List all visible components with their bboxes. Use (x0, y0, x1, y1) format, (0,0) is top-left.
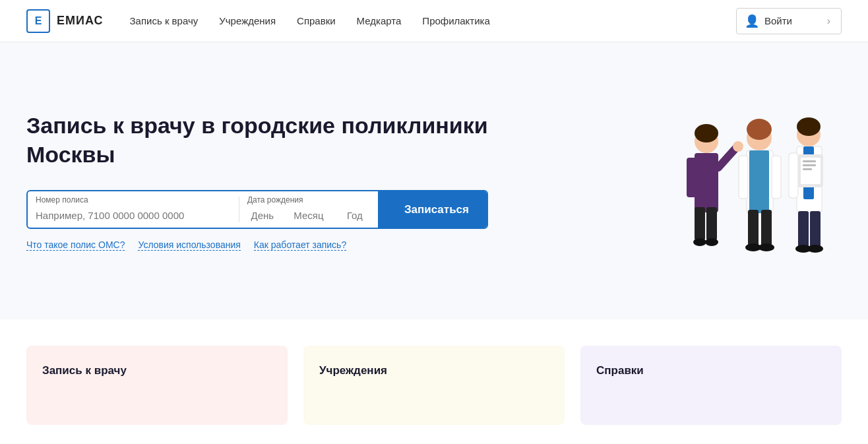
svg-rect-29 (803, 168, 812, 170)
svg-rect-4 (695, 207, 705, 240)
terms-link[interactable]: Условия использования (138, 239, 240, 251)
svg-point-6 (693, 238, 706, 246)
svg-point-10 (733, 141, 743, 152)
svg-rect-28 (803, 164, 816, 166)
appointment-form: Номер полиса Дата рождения Записаться (26, 190, 488, 229)
card-certificates[interactable]: Справки (580, 346, 842, 425)
hero-left: Запись к врачу в городские поликлиники М… (26, 111, 488, 251)
svg-rect-13 (749, 150, 769, 213)
policy-group: Номер полиса (28, 191, 239, 228)
cards-section: Запись к врачу Учреждения Справки (0, 319, 868, 425)
svg-rect-14 (739, 156, 748, 199)
svg-rect-27 (803, 160, 816, 162)
card-doctor[interactable]: Запись к врачу (26, 346, 288, 425)
card-doctor-title: Запись к врачу (42, 364, 127, 377)
oms-link[interactable]: Что такое полис ОМС? (26, 239, 125, 251)
nav-item-doctor[interactable]: Запись к врачу (130, 15, 199, 26)
svg-point-34 (797, 117, 821, 136)
logo-text: ЕМИАС (57, 14, 104, 28)
policy-label: Номер полиса (28, 191, 239, 205)
doctors-svg (657, 82, 842, 280)
month-input[interactable] (286, 205, 332, 228)
login-button[interactable]: 👤 Войти › (736, 8, 842, 34)
nav-item-prevention[interactable]: Профилактика (422, 15, 490, 26)
card-institutions[interactable]: Учреждения (303, 346, 565, 425)
svg-rect-16 (748, 210, 759, 246)
hero-illustration (657, 82, 842, 280)
hero-section: Запись к врачу в городские поликлиники М… (0, 42, 868, 319)
hero-title: Запись к врачу в городские поликлиники М… (26, 111, 488, 169)
logo-icon: Е (26, 9, 50, 33)
year-input[interactable] (332, 205, 378, 228)
howto-link[interactable]: Как работает запись? (254, 239, 346, 251)
svg-point-8 (695, 124, 718, 143)
user-icon: 👤 (745, 14, 759, 28)
svg-point-33 (807, 245, 823, 253)
svg-point-20 (747, 119, 772, 140)
dob-label: Дата рождения (239, 191, 378, 205)
date-inputs (239, 205, 378, 228)
card-institutions-title: Учреждения (319, 364, 387, 377)
svg-rect-5 (706, 207, 717, 240)
svg-rect-30 (798, 211, 809, 247)
login-label: Войти (764, 15, 792, 26)
svg-rect-15 (772, 156, 781, 199)
svg-point-7 (705, 238, 718, 246)
header: Е ЕМИАС Запись к врачу Учреждения Справк… (0, 0, 868, 42)
nav-item-certificates[interactable]: Справки (297, 15, 336, 26)
header-right: 👤 Войти › (736, 8, 842, 34)
chevron-right-icon: › (827, 15, 830, 27)
svg-rect-31 (810, 211, 821, 247)
svg-rect-24 (789, 153, 798, 198)
svg-rect-17 (761, 210, 772, 246)
svg-point-19 (759, 243, 774, 251)
nav-item-institutions[interactable]: Учреждения (219, 15, 276, 26)
submit-button[interactable]: Записаться (378, 191, 487, 228)
nav-item-medcard[interactable]: Медкарта (357, 15, 402, 26)
logo[interactable]: Е ЕМИАС (26, 9, 104, 33)
card-certificates-title: Справки (596, 364, 644, 377)
svg-rect-2 (687, 158, 697, 197)
day-input[interactable] (239, 205, 286, 228)
policy-input[interactable] (28, 205, 239, 228)
main-nav: Запись к врачу Учреждения Справки Медкар… (130, 15, 737, 26)
hero-links: Что такое полис ОМС? Условия использован… (26, 239, 488, 251)
date-group: Дата рождения (239, 191, 378, 228)
svg-line-9 (718, 148, 736, 168)
